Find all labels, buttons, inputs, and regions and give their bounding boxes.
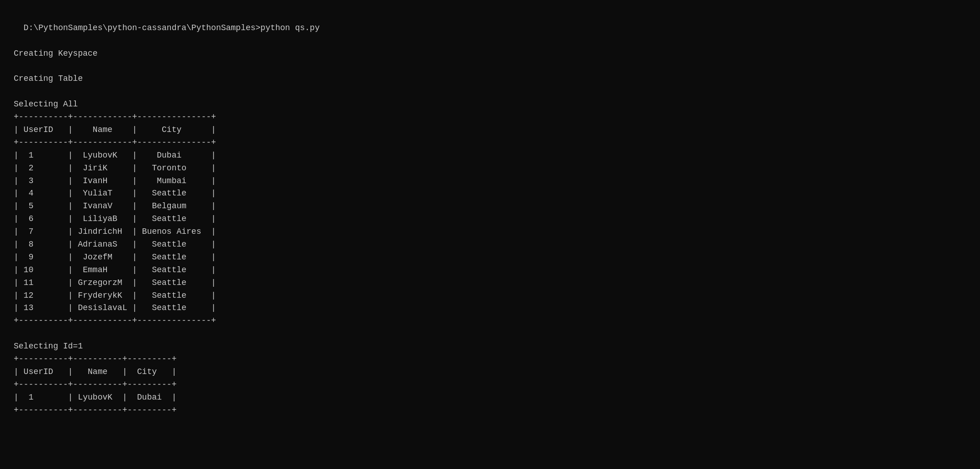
terminal-line-11: | 3 | IvanH | Mumbai | [14,176,216,185]
terminal-line-27: +----------+----------+---------+ [14,380,176,389]
terminal-line-29: +----------+----------+---------+ [14,406,176,415]
terminal-line-7: | UserID | Name | City | [14,125,216,134]
terminal-line-22: +----------+------------+---------------… [14,316,216,325]
terminal-output: Creating Keyspace Creating Table Selecti… [14,35,966,417]
terminal-line-3: Creating Table [14,74,83,83]
terminal-line-20: | 12 | FryderykK | Seattle | [14,291,216,300]
terminal-line-26: | UserID | Name | City | [14,367,176,376]
terminal-line-21: | 13 | DesislavaL | Seattle | [14,303,216,312]
terminal-line-18: | 10 | EmmaH | Seattle | [14,265,216,274]
command-line: D:\PythonSamples\python-cassandra\Python… [24,23,320,32]
terminal-line-5: Selecting All [14,100,78,109]
terminal-line-13: | 5 | IvanaV | Belgaum | [14,201,216,211]
terminal-line-1: Creating Keyspace [14,49,98,58]
terminal-line-17: | 9 | JozefM | Seattle | [14,253,216,262]
terminal-line-24: Selecting Id=1 [14,342,83,351]
terminal-line-8: +----------+------------+---------------… [14,138,216,147]
terminal-line-10: | 2 | JiriK | Toronto | [14,163,216,173]
terminal-line-15: | 7 | JindrichH | Buenos Aires | [14,227,216,236]
terminal-line-25: +----------+----------+---------+ [14,354,176,364]
terminal-window: D:\PythonSamples\python-cassandra\Python… [14,9,966,35]
terminal-line-16: | 8 | AdrianaS | Seattle | [14,240,216,249]
terminal-line-19: | 11 | GrzegorzM | Seattle | [14,278,216,287]
terminal-line-28: | 1 | LyubovK | Dubai | [14,393,176,402]
terminal-line-6: +----------+------------+---------------… [14,112,216,121]
terminal-line-9: | 1 | LyubovK | Dubai | [14,151,216,160]
terminal-line-12: | 4 | YuliaT | Seattle | [14,189,216,198]
terminal-line-14: | 6 | LiliyaB | Seattle | [14,214,216,223]
